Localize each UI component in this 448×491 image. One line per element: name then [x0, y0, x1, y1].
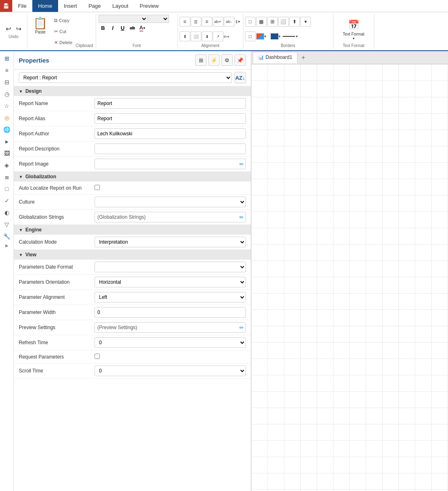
request-parameters-checkbox[interactable]: [95, 354, 100, 359]
sidebar-icon-half-circle[interactable]: ◐: [1, 207, 13, 218]
paste-button[interactable]: 📋 Paste: [30, 15, 51, 48]
report-author-input[interactable]: [95, 128, 246, 139]
text-direction-button[interactable]: ab↓: [224, 17, 234, 27]
underline-button[interactable]: U: [118, 24, 127, 32]
save-button[interactable]: [0, 0, 12, 12]
sidebar-icon-check[interactable]: ✓: [1, 195, 13, 206]
font-family-select[interactable]: [99, 15, 148, 23]
nav-layout[interactable]: Layout: [107, 0, 134, 12]
font-size-select[interactable]: [149, 15, 169, 23]
sidebar-icon-diamond[interactable]: ◈: [1, 159, 13, 171]
font-color-dropdown[interactable]: ▾: [143, 26, 145, 30]
view-arrow-icon: ▼: [19, 253, 23, 257]
report-alias-input[interactable]: [95, 113, 246, 124]
border-none-button[interactable]: ⬜: [278, 17, 289, 27]
sidebar-icon-globe[interactable]: 🌐: [1, 124, 13, 135]
refresh-time-value: 0: [95, 337, 246, 348]
text-format-calendar-btn[interactable]: 📅: [347, 18, 361, 32]
sidebar-icon-clock[interactable]: ◷: [1, 88, 13, 100]
italic-button[interactable]: I: [108, 24, 117, 32]
fill-color-picker[interactable]: ▾: [256, 33, 266, 40]
report-name-input[interactable]: [95, 98, 246, 109]
nav-preview[interactable]: Preview: [134, 0, 164, 12]
refresh-time-select[interactable]: 0: [95, 337, 246, 348]
text-format-label: Text Format: [343, 32, 365, 36]
sort-button[interactable]: AZ↓: [234, 72, 246, 83]
parameters-orientation-select[interactable]: Horizontal Vertical: [95, 277, 246, 287]
text-format-dropdown-btn[interactable]: ▾: [353, 36, 355, 40]
report-description-input[interactable]: [95, 143, 246, 154]
sidebar-icon-expand[interactable]: ▶: [1, 136, 13, 147]
parameter-width-row: Parameter Width: [14, 305, 251, 320]
nav-file[interactable]: File: [12, 0, 32, 12]
delete-button[interactable]: ✕ Delete: [52, 39, 74, 46]
nav-home[interactable]: Home: [32, 0, 58, 12]
properties-pin-btn[interactable]: 📌: [234, 54, 246, 66]
parameter-width-input[interactable]: [95, 307, 246, 318]
view-section-header[interactable]: ▼ View: [14, 250, 251, 260]
globalization-strings-input[interactable]: [95, 212, 238, 222]
report-image-edit-icon[interactable]: ✏: [238, 161, 245, 167]
valign-top-button[interactable]: ⬆: [180, 31, 190, 41]
parameters-date-format-select[interactable]: [95, 262, 246, 272]
globalization-strings-edit-icon[interactable]: ✏: [238, 214, 245, 220]
preview-settings-input[interactable]: [95, 323, 238, 332]
font-color-button[interactable]: A: [140, 25, 143, 31]
align-left-button[interactable]: ≡: [180, 17, 190, 27]
sidebar-more-button[interactable]: ▶: [5, 243, 9, 248]
indent-btn[interactable]: ≡⇒: [224, 34, 230, 39]
sidebar-icon-star[interactable]: ☆: [1, 100, 13, 112]
align-right-button[interactable]: ≡: [202, 17, 212, 27]
text-wrap-button[interactable]: ab↵: [213, 17, 223, 27]
add-tab-button[interactable]: +: [298, 53, 308, 63]
report-alias-value: [95, 113, 246, 124]
line-spacing-btn[interactable]: ⇕▾: [235, 20, 240, 24]
culture-select[interactable]: [95, 197, 246, 207]
properties-lightning-btn[interactable]: ⚡: [208, 54, 220, 66]
fill-color-button[interactable]: □: [245, 31, 256, 41]
border-expand-button[interactable]: ▾: [300, 17, 311, 27]
valign-mid-button[interactable]: ⬜: [191, 31, 201, 41]
border-all-button[interactable]: ▦: [256, 17, 267, 27]
report-image-input[interactable]: [95, 159, 238, 169]
border-top-button[interactable]: ⬆: [289, 17, 300, 27]
sidebar-icon-tools[interactable]: 🔧: [1, 231, 13, 242]
border-style-picker[interactable]: ▾: [283, 34, 298, 38]
nav-page[interactable]: Page: [83, 0, 106, 12]
align-center-button[interactable]: ☰: [191, 17, 201, 27]
properties-list-btn[interactable]: ⊞: [195, 54, 207, 66]
design-section-header[interactable]: ▼ Design: [14, 86, 251, 96]
valign-bot-button[interactable]: ⬇: [202, 31, 212, 41]
sidebar-icon-component[interactable]: ⊟: [1, 76, 13, 88]
calculation-mode-select[interactable]: Interpretation Compilation: [95, 237, 246, 247]
redo-button[interactable]: ↪: [14, 24, 24, 34]
sidebar-icon-square[interactable]: □: [1, 183, 13, 195]
sidebar-icon-circle[interactable]: ◎: [1, 112, 13, 123]
strikethrough-button[interactable]: ab: [128, 24, 137, 32]
copy-button[interactable]: ⧉ Copy: [52, 17, 74, 24]
engine-section-header[interactable]: ▼ Engine: [14, 225, 251, 235]
properties-title: Properties: [19, 57, 49, 64]
parameter-alignment-select[interactable]: Left Center Right: [95, 292, 246, 303]
auto-localize-checkbox[interactable]: [95, 185, 100, 190]
report-select[interactable]: Report : Report: [19, 72, 232, 83]
globalization-strings-row: Globalization Strings ✏: [14, 210, 251, 225]
sidebar-icon-list[interactable]: ≡: [1, 65, 13, 76]
sidebar-icon-image[interactable]: 🖼: [1, 148, 13, 159]
border-outer-button[interactable]: □: [245, 17, 256, 27]
sidebar-icon-triangle[interactable]: ▽: [1, 219, 13, 230]
nav-insert[interactable]: Insert: [58, 0, 83, 12]
scroll-time-select[interactable]: 0: [95, 365, 246, 376]
preview-settings-edit-icon[interactable]: ✏: [238, 325, 245, 331]
sidebar-icon-lines[interactable]: ≣: [1, 171, 13, 183]
cut-button[interactable]: ✂ Cut: [52, 28, 74, 35]
sidebar-icon-grid[interactable]: ⊞: [1, 53, 13, 64]
globalization-section-header[interactable]: ▼ Globalization: [14, 172, 251, 182]
border-inner-button[interactable]: ⊞: [267, 17, 278, 27]
tab-dashboard1[interactable]: 📊 Dashboard1: [253, 52, 297, 63]
border-color-picker[interactable]: ▾: [270, 33, 281, 40]
bold-button[interactable]: B: [99, 24, 108, 32]
properties-settings-btn[interactable]: ⚙: [221, 54, 233, 66]
undo-button[interactable]: ↩: [3, 24, 14, 34]
text-dir2-button[interactable]: ↗: [213, 31, 223, 41]
